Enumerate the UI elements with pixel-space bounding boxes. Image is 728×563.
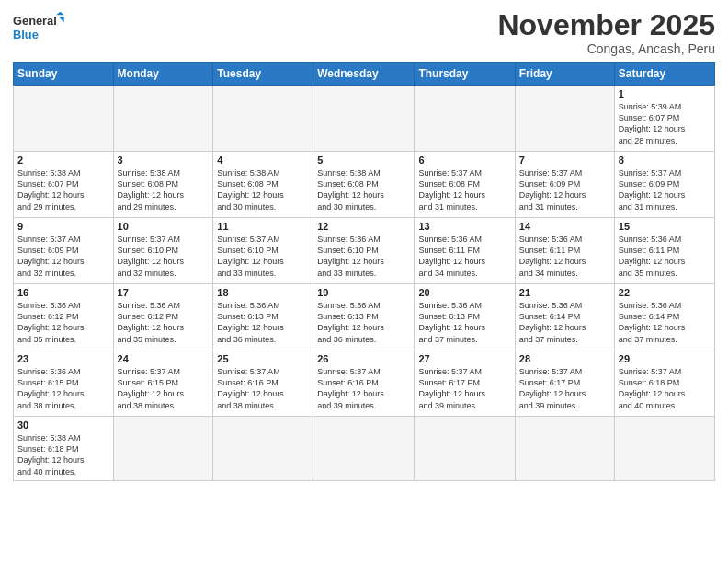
- day-cell: 1Sunrise: 5:39 AM Sunset: 6:07 PM Daylig…: [614, 86, 714, 152]
- day-number: 15: [619, 221, 711, 232]
- day-cell: 4Sunrise: 5:38 AM Sunset: 6:08 PM Daylig…: [213, 152, 313, 218]
- header: General Blue November 2025 Congas, Ancas…: [13, 9, 715, 56]
- day-number: 14: [519, 221, 610, 232]
- day-info: Sunrise: 5:37 AM Sunset: 6:10 PM Dayligh…: [118, 234, 210, 279]
- day-number: 22: [619, 287, 711, 298]
- subtitle: Congas, Ancash, Peru: [497, 41, 715, 56]
- day-info: Sunrise: 5:38 AM Sunset: 6:18 PM Dayligh…: [17, 432, 109, 477]
- day-info: Sunrise: 5:37 AM Sunset: 6:10 PM Dayligh…: [217, 234, 309, 279]
- day-cell: 24Sunrise: 5:37 AM Sunset: 6:15 PM Dayli…: [113, 350, 213, 417]
- day-cell: 22Sunrise: 5:36 AM Sunset: 6:14 PM Dayli…: [614, 284, 714, 350]
- day-info: Sunrise: 5:36 AM Sunset: 6:11 PM Dayligh…: [418, 234, 510, 279]
- day-cell: 13Sunrise: 5:36 AM Sunset: 6:11 PM Dayli…: [415, 218, 515, 284]
- day-cell: 30Sunrise: 5:38 AM Sunset: 6:18 PM Dayli…: [14, 417, 114, 481]
- day-info: Sunrise: 5:36 AM Sunset: 6:11 PM Dayligh…: [519, 234, 610, 279]
- day-info: Sunrise: 5:38 AM Sunset: 6:08 PM Dayligh…: [217, 167, 309, 213]
- day-cell: 15Sunrise: 5:36 AM Sunset: 6:11 PM Dayli…: [614, 218, 714, 284]
- day-number: 28: [519, 353, 610, 364]
- day-info: Sunrise: 5:36 AM Sunset: 6:13 PM Dayligh…: [317, 300, 410, 345]
- day-number: 3: [118, 155, 210, 166]
- day-cell: 23Sunrise: 5:36 AM Sunset: 6:15 PM Dayli…: [14, 350, 114, 417]
- day-info: Sunrise: 5:38 AM Sunset: 6:07 PM Dayligh…: [17, 167, 109, 213]
- day-info: Sunrise: 5:37 AM Sunset: 6:08 PM Dayligh…: [418, 167, 510, 213]
- day-cell: 25Sunrise: 5:37 AM Sunset: 6:16 PM Dayli…: [213, 350, 313, 417]
- day-cell: 26Sunrise: 5:37 AM Sunset: 6:16 PM Dayli…: [313, 350, 415, 417]
- day-number: 27: [418, 353, 510, 364]
- week-row-3: 9Sunrise: 5:37 AM Sunset: 6:09 PM Daylig…: [14, 218, 715, 284]
- day-number: 19: [317, 287, 410, 298]
- day-info: Sunrise: 5:38 AM Sunset: 6:08 PM Dayligh…: [118, 167, 210, 213]
- title-block: November 2025 Congas, Ancash, Peru: [497, 9, 715, 56]
- day-number: 7: [519, 155, 610, 166]
- day-info: Sunrise: 5:37 AM Sunset: 6:09 PM Dayligh…: [17, 234, 109, 279]
- day-info: Sunrise: 5:36 AM Sunset: 6:14 PM Dayligh…: [519, 300, 610, 345]
- day-cell: 6Sunrise: 5:37 AM Sunset: 6:08 PM Daylig…: [415, 152, 515, 218]
- day-number: 24: [118, 353, 210, 364]
- day-cell: [213, 417, 313, 481]
- day-cell: 2Sunrise: 5:38 AM Sunset: 6:07 PM Daylig…: [14, 152, 114, 218]
- day-cell: [515, 417, 614, 481]
- col-saturday: Saturday: [614, 63, 714, 86]
- day-number: 8: [619, 155, 711, 166]
- day-number: 17: [118, 287, 210, 298]
- day-number: 9: [17, 221, 109, 232]
- day-number: 6: [418, 155, 510, 166]
- day-cell: 17Sunrise: 5:36 AM Sunset: 6:12 PM Dayli…: [113, 284, 213, 350]
- day-info: Sunrise: 5:36 AM Sunset: 6:12 PM Dayligh…: [118, 300, 210, 345]
- day-info: Sunrise: 5:36 AM Sunset: 6:10 PM Dayligh…: [317, 234, 410, 279]
- col-friday: Friday: [515, 63, 614, 86]
- day-cell: [313, 86, 415, 152]
- day-cell: 10Sunrise: 5:37 AM Sunset: 6:10 PM Dayli…: [113, 218, 213, 284]
- week-row-1: 1Sunrise: 5:39 AM Sunset: 6:07 PM Daylig…: [14, 86, 715, 152]
- day-number: 16: [17, 287, 109, 298]
- day-number: 11: [217, 221, 309, 232]
- day-cell: 11Sunrise: 5:37 AM Sunset: 6:10 PM Dayli…: [213, 218, 313, 284]
- logo-svg: General Blue: [13, 9, 68, 46]
- day-info: Sunrise: 5:36 AM Sunset: 6:14 PM Dayligh…: [619, 300, 711, 345]
- day-cell: 8Sunrise: 5:37 AM Sunset: 6:09 PM Daylig…: [614, 152, 714, 218]
- col-thursday: Thursday: [415, 63, 515, 86]
- day-cell: [415, 86, 515, 152]
- day-cell: 19Sunrise: 5:36 AM Sunset: 6:13 PM Dayli…: [313, 284, 415, 350]
- day-number: 10: [118, 221, 210, 232]
- col-wednesday: Wednesday: [313, 63, 415, 86]
- day-info: Sunrise: 5:36 AM Sunset: 6:13 PM Dayligh…: [217, 300, 309, 345]
- day-info: Sunrise: 5:37 AM Sunset: 6:18 PM Dayligh…: [619, 366, 711, 411]
- day-cell: [614, 417, 714, 481]
- day-cell: 27Sunrise: 5:37 AM Sunset: 6:17 PM Dayli…: [415, 350, 515, 417]
- day-cell: 16Sunrise: 5:36 AM Sunset: 6:12 PM Dayli…: [14, 284, 114, 350]
- day-info: Sunrise: 5:37 AM Sunset: 6:17 PM Dayligh…: [418, 366, 510, 411]
- svg-marker-2: [56, 12, 64, 15]
- day-number: 5: [317, 155, 410, 166]
- day-cell: 29Sunrise: 5:37 AM Sunset: 6:18 PM Dayli…: [614, 350, 714, 417]
- day-info: Sunrise: 5:36 AM Sunset: 6:13 PM Dayligh…: [418, 300, 510, 345]
- day-cell: 7Sunrise: 5:37 AM Sunset: 6:09 PM Daylig…: [515, 152, 614, 218]
- day-info: Sunrise: 5:36 AM Sunset: 6:11 PM Dayligh…: [619, 234, 711, 279]
- week-row-4: 16Sunrise: 5:36 AM Sunset: 6:12 PM Dayli…: [14, 284, 715, 350]
- day-info: Sunrise: 5:37 AM Sunset: 6:17 PM Dayligh…: [519, 366, 610, 411]
- day-cell: 18Sunrise: 5:36 AM Sunset: 6:13 PM Dayli…: [213, 284, 313, 350]
- day-info: Sunrise: 5:39 AM Sunset: 6:07 PM Dayligh…: [619, 101, 711, 146]
- logo: General Blue: [13, 9, 68, 46]
- day-cell: [213, 86, 313, 152]
- day-cell: 28Sunrise: 5:37 AM Sunset: 6:17 PM Dayli…: [515, 350, 614, 417]
- svg-text:Blue: Blue: [13, 28, 39, 41]
- day-number: 13: [418, 221, 510, 232]
- col-monday: Monday: [113, 63, 213, 86]
- day-info: Sunrise: 5:38 AM Sunset: 6:08 PM Dayligh…: [317, 167, 410, 213]
- day-cell: 3Sunrise: 5:38 AM Sunset: 6:08 PM Daylig…: [113, 152, 213, 218]
- day-number: 4: [217, 155, 309, 166]
- day-number: 30: [17, 419, 109, 431]
- day-cell: 12Sunrise: 5:36 AM Sunset: 6:10 PM Dayli…: [313, 218, 415, 284]
- day-info: Sunrise: 5:36 AM Sunset: 6:12 PM Dayligh…: [17, 300, 109, 345]
- day-info: Sunrise: 5:37 AM Sunset: 6:16 PM Dayligh…: [317, 366, 410, 411]
- day-cell: 14Sunrise: 5:36 AM Sunset: 6:11 PM Dayli…: [515, 218, 614, 284]
- day-cell: 21Sunrise: 5:36 AM Sunset: 6:14 PM Dayli…: [515, 284, 614, 350]
- day-cell: 9Sunrise: 5:37 AM Sunset: 6:09 PM Daylig…: [14, 218, 114, 284]
- calendar-header-row: Sunday Monday Tuesday Wednesday Thursday…: [14, 63, 715, 86]
- day-number: 12: [317, 221, 410, 232]
- day-number: 18: [217, 287, 309, 298]
- page: General Blue November 2025 Congas, Ancas…: [0, 0, 728, 563]
- svg-text:General: General: [13, 14, 57, 28]
- week-row-5: 23Sunrise: 5:36 AM Sunset: 6:15 PM Dayli…: [14, 350, 715, 417]
